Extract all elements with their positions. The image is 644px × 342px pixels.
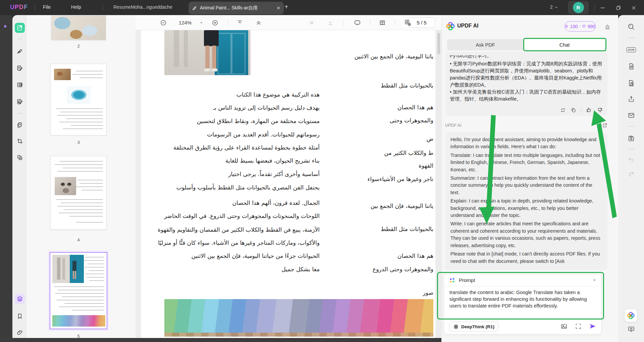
thumbs-up-icon[interactable] [586,107,592,113]
zoom-in-button[interactable] [210,15,220,30]
redo-button[interactable] [626,169,636,179]
tab-document-2-active[interactable]: Animal Paint... Skills-ar自用 ✕ [189,2,284,14]
mail-icon [628,112,635,119]
prompt-label: Prompt [459,277,475,283]
save-button[interactable] [626,133,636,144]
comment-button[interactable] [626,324,636,334]
vertical-scrollbar[interactable] [436,30,441,338]
undo-button[interactable] [626,155,636,165]
thumbs-down-icon[interactable] [597,107,603,113]
thumbnail-label: 3 [72,140,85,145]
pdf-text-line: ط والكلاب الكثير من [384,150,433,156]
bottom-bar [0,338,441,342]
zoom-level[interactable]: 124% [175,15,195,30]
menu-help[interactable]: Help [71,4,81,10]
share-icon [628,96,635,103]
prompt-header[interactable]: Prompt [444,274,601,286]
tab-title: Animal Paint... Skills-ar自用 [200,5,258,11]
pdf-text-line: الحيوانات جزءًا من حياتنا اليومية، فإن ا… [191,252,320,259]
minimize-button[interactable] [597,3,608,12]
regenerate-icon[interactable] [560,107,566,113]
share-button[interactable] [626,94,636,104]
left-tool-sidebar [12,15,27,338]
ai-panel: UPDF AI 100 990 Ask PDF Chat PyTorch进行学习… [441,15,618,342]
pdf-text-line: والأكواب، وماركات المتاجر وغيرها من الأش… [158,239,320,246]
presentation-pointer-button[interactable] [352,15,362,30]
tab-ask-pdf[interactable]: Ask PDF [447,39,524,50]
ocr-icon: OCR [627,47,636,52]
updf-ai-logo-icon [446,21,455,31]
pdf-text-line: أساسية وأخرى أكثر تقدماً. يرجى اختيار [228,171,320,177]
tab-chat-active[interactable]: Chat [524,39,605,50]
reader-mode-button[interactable] [15,23,25,33]
pdf-text-line: رسوماتهم للحيوانات. أقدم العديد من الرسو… [207,131,320,138]
thumbnail-image [55,177,76,195]
ai-assistant-button[interactable] [625,309,637,322]
prompt-dots-icon [449,277,455,284]
pdf-page[interactable]: هذه التركيبة هي موضوع هذا الكتاب يهدف دل… [141,30,435,338]
crop-button[interactable] [15,136,25,146]
prompt-collapse-caret[interactable] [593,278,596,282]
right-tool-rail: OCR [618,15,644,342]
pdf-text-line: ياتنا اليومية، فإن الجمع بين الاثنين [355,53,433,60]
pdf-text-line: الأزمنة، يبيع فن القطط والكلاب الكثير من… [158,226,320,233]
zoom-out-button[interactable] [158,15,168,30]
window-count-dropdown[interactable]: 2 [550,4,558,10]
divider [35,5,35,10]
copy-pages-button[interactable] [15,120,25,130]
thumbnail-page-5-selected[interactable] [50,252,107,329]
layers-icon [16,295,23,302]
close-window-button[interactable] [628,3,639,12]
annotate-button[interactable] [15,63,25,73]
copy-icon[interactable] [571,107,576,113]
email-button[interactable] [626,110,636,120]
reader-icon [16,24,23,31]
protect-button[interactable] [626,78,636,88]
next-page-button[interactable] [307,15,317,30]
bookmarks-button[interactable] [15,311,25,321]
book-view-button[interactable] [377,15,388,30]
thumbnail-page-2[interactable] [51,15,106,40]
go-to-top-button[interactable] [235,15,245,30]
account-button[interactable]: R [568,1,589,14]
thumbnail-page-4[interactable] [50,156,107,230]
go-to-bottom-button[interactable] [325,15,335,30]
ocr-button[interactable]: OCR [626,45,636,55]
divider [17,113,22,114]
pdf-text-line: والمجوهرات وحتى الدروع [373,266,433,273]
paperclip-icon [16,329,23,336]
ai-credits-badge[interactable]: 100 990 [565,21,596,32]
organize-pages-button[interactable] [15,80,25,90]
screenshot-icon[interactable] [575,323,582,330]
new-tab-button[interactable]: + [284,3,288,11]
edit-page-button[interactable] [15,97,25,107]
send-icon[interactable] [589,323,596,330]
maximize-button[interactable] [612,3,624,12]
attachments-button[interactable] [15,328,25,338]
previous-page-button[interactable] [254,15,264,30]
updf-ai-clover-icon [627,311,635,320]
doc-credit-icon [565,24,568,28]
tab-document-1[interactable]: ResumeMoha...ngueddache [113,4,172,10]
highlighter-button[interactable] [15,46,25,56]
watermark-button[interactable] [15,153,25,163]
menu-file[interactable]: File [43,4,51,10]
organize-icon [16,81,23,88]
clear-history-icon[interactable] [604,23,611,30]
pdf-text-line: القهوة [419,162,433,169]
expand-message-icon[interactable] [602,122,608,128]
convert-button[interactable] [626,61,636,71]
thumbnail-page-3[interactable] [50,64,107,135]
thumbnails-panel-button[interactable] [15,294,25,304]
pdf-text-line: اللوحات والمنحوتات والمجوهرات وحتى الدرو… [164,213,320,219]
search-button[interactable] [626,22,636,32]
thumbnail-label: 2 [72,44,85,49]
pdf-text-line: ياتنا اليومية، فإن الجمع بين [370,203,433,209]
insert-image-icon[interactable] [560,323,568,330]
divider [103,5,103,10]
close-tab-icon[interactable]: ✕ [276,5,280,11]
translate-button[interactable] [402,15,413,30]
zoom-dropdown-caret[interactable] [199,15,204,30]
deepthink-button[interactable]: DeepThink (R1) [449,321,499,332]
prompt-input[interactable]: translate the content to arabic: Google … [449,289,597,309]
